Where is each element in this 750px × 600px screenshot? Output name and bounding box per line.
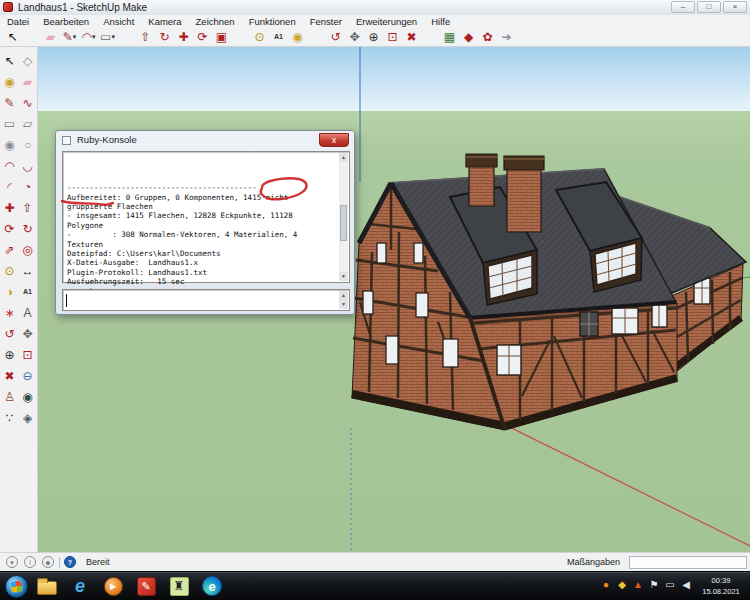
console-scrollbar[interactable]: ▲ ▼ xyxy=(339,153,348,281)
app-icon xyxy=(37,581,57,595)
display-tray-icon[interactable]: ▭ xyxy=(664,578,676,592)
push-pull-tool[interactable]: ⇧ xyxy=(136,29,155,46)
menu-item[interactable]: Ansicht xyxy=(96,15,141,28)
measurements-input[interactable] xyxy=(629,556,747,569)
axes-tool[interactable]: ∗ xyxy=(1,302,18,323)
paint-bucket-tool[interactable]: ◉ xyxy=(1,71,18,92)
scroll-up-icon[interactable]: ▲ xyxy=(339,153,348,162)
polygon-tool[interactable]: ○ xyxy=(19,134,36,155)
follow-me-tool[interactable]: ↻ xyxy=(155,29,174,46)
scale-tool[interactable]: ⇗ xyxy=(1,239,18,260)
protractor-tool[interactable]: ◑ xyxy=(1,281,18,302)
menu-item[interactable]: Erweiterungen xyxy=(349,15,424,28)
text-tool[interactable]: A1 xyxy=(19,281,36,302)
orbit-tool[interactable]: ↺ xyxy=(1,323,18,344)
rotate-tool[interactable]: ⟳ xyxy=(1,218,18,239)
geolocation-icon[interactable]: ▾ xyxy=(6,556,18,568)
console-close-button[interactable]: x xyxy=(319,133,349,147)
line-tool[interactable]: ✎ ▾ xyxy=(60,29,79,46)
freehand-tool[interactable]: ∿ xyxy=(19,92,36,113)
tape-measure-tool[interactable]: ⊙ xyxy=(250,29,269,46)
menu-item[interactable]: Datei xyxy=(0,15,36,28)
orbit-tool[interactable]: ↺ xyxy=(326,29,345,46)
minimize-button[interactable]: – xyxy=(671,1,695,13)
move-tool[interactable]: ✚ xyxy=(1,197,18,218)
cleaner-tray-icon[interactable]: ◆ xyxy=(616,578,628,592)
menu-item[interactable]: Fenster xyxy=(303,15,349,28)
tool-icon: ✚ xyxy=(178,31,188,43)
eraser-tool[interactable]: ▰ xyxy=(19,71,36,92)
pan-tool[interactable]: ✥ xyxy=(345,29,364,46)
scroll-up-icon[interactable]: ▲ xyxy=(339,291,348,300)
antivirus-tray-icon[interactable]: ● xyxy=(600,578,612,592)
move-tool[interactable]: ✚ xyxy=(174,29,193,46)
rectangle-tool[interactable]: ▭ ▾ xyxy=(98,29,117,46)
arc-tool[interactable]: ◠ xyxy=(1,155,18,176)
position-camera-tool[interactable]: ♙ xyxy=(1,386,18,407)
pie-tool[interactable]: ◔ xyxy=(19,176,36,197)
arc-tool[interactable]: ◠ ▾ xyxy=(79,29,98,46)
eraser-tool[interactable]: ▰ xyxy=(41,29,60,46)
model-image-tool[interactable]: ▦ xyxy=(440,29,459,46)
three-point-arc-tool[interactable]: ◜ xyxy=(1,176,18,197)
rotated-rectangle-tool[interactable]: ▱ xyxy=(19,113,36,134)
two-point-arc-tool[interactable]: ◡ xyxy=(19,155,36,176)
follow-me-tool[interactable]: ↻ xyxy=(19,218,36,239)
volume-tray-icon[interactable]: ◀ xyxy=(680,578,692,592)
zoom-tool[interactable]: ⊕ xyxy=(364,29,383,46)
input-scrollbar[interactable]: ▲ ▼ xyxy=(339,291,348,309)
help-icon[interactable]: ? xyxy=(64,556,76,568)
menu-item[interactable]: Bearbeiten xyxy=(36,15,96,28)
scroll-down-icon[interactable]: ▼ xyxy=(339,272,348,281)
console-input[interactable]: ▲ ▼ xyxy=(62,289,350,311)
select-tool[interactable]: ↖ xyxy=(1,50,18,71)
console-output[interactable]: ----------------------------------------… xyxy=(62,151,350,283)
line-tool[interactable]: ✎ xyxy=(1,92,18,113)
push-pull-tool[interactable]: ⇧ xyxy=(19,197,36,218)
rectangle-tool[interactable]: ▭ xyxy=(1,113,18,134)
section-plane-tool[interactable]: ◈ xyxy=(19,407,36,428)
paint-bucket-tool[interactable]: ◉ xyxy=(288,29,307,46)
scroll-down-icon[interactable]: ▼ xyxy=(339,300,348,309)
console-title-bar[interactable]: Ruby-Konsole x xyxy=(56,131,354,151)
rotate-tool[interactable]: ⟳ xyxy=(193,29,212,46)
tool-icon: ⊙ xyxy=(254,31,264,43)
plugin-pot-tool[interactable]: ✿ xyxy=(478,29,497,46)
start-button[interactable] xyxy=(5,575,28,598)
offset-tool[interactable]: ◎ xyxy=(19,239,36,260)
media-tray-icon[interactable]: ▲ xyxy=(632,578,644,592)
walk-tool[interactable]: ∵ xyxy=(1,407,18,428)
tool-icon: ◜ xyxy=(7,181,12,193)
menu-item[interactable]: Zeichnen xyxy=(189,15,242,28)
pan-tool[interactable]: ✥ xyxy=(19,323,36,344)
tape-measure-tool[interactable]: ⊙ xyxy=(1,260,18,281)
restore-button[interactable]: □ xyxy=(697,1,721,13)
text-tool[interactable]: A1 xyxy=(269,29,288,46)
gable-window xyxy=(377,243,386,263)
3d-text-tool[interactable]: A xyxy=(19,302,36,323)
plugin-dice-tool[interactable]: ◆ xyxy=(459,29,478,46)
component-tool[interactable]: ◇ xyxy=(19,50,36,71)
credits-icon[interactable]: i xyxy=(24,556,36,568)
circle-tool[interactable]: ◉ xyxy=(1,134,18,155)
zoom-window-tool[interactable]: ⊡ xyxy=(19,344,36,365)
action-center-flag-icon[interactable]: ⚑ xyxy=(648,578,660,592)
zoom-extents-tool[interactable]: ✖ xyxy=(402,29,421,46)
select-tool[interactable]: ↖ xyxy=(3,29,22,46)
zoom-extents-tool[interactable]: ✖ xyxy=(1,365,18,386)
taskbar-clock[interactable]: 00:39 15.08.2021 xyxy=(694,575,748,597)
export-tool[interactable]: ➔ xyxy=(497,29,516,46)
scrollbar-thumb[interactable] xyxy=(340,205,347,241)
menu-item[interactable]: Hilfe xyxy=(424,15,457,28)
zoom-previous-tool[interactable]: ⊖ xyxy=(19,365,36,386)
dimensions-tool[interactable]: ↔ xyxy=(19,260,36,281)
zoom-window-tool[interactable]: ⊡ xyxy=(383,29,402,46)
look-around-tool[interactable]: ◉ xyxy=(19,386,36,407)
zoom-tool[interactable]: ⊕ xyxy=(1,344,18,365)
scale-tool[interactable]: ▣ xyxy=(212,29,231,46)
console-line: Plugin-Protokoll: Landhaus1.txt xyxy=(67,268,333,277)
menu-item[interactable]: Funktionen xyxy=(242,15,303,28)
menu-item[interactable]: Kamera xyxy=(141,15,188,28)
user-icon[interactable]: ☻ xyxy=(42,556,54,568)
close-button[interactable]: × xyxy=(723,1,747,13)
